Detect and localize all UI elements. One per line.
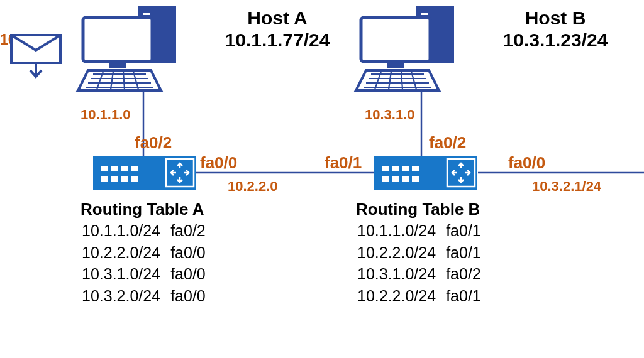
svg-rect-57 [412,166,419,171]
if-a-right: fa0/0 [200,153,237,173]
host-b-ip: 10.3.1.23/24 [483,30,628,52]
svg-rect-48 [374,156,477,190]
svg-rect-44 [101,176,108,182]
svg-rect-46 [121,176,128,182]
svg-rect-42 [121,166,128,171]
svg-rect-21 [421,13,428,15]
svg-rect-45 [111,176,118,182]
packet: 10.3.1.23 [0,31,60,48]
table-b-rows: 10.1.1.0/24fa0/1 10.2.2.0/24fa0/1 10.3.1… [356,219,491,307]
table-row: 10.2.2.0/24fa0/1 [357,286,490,306]
svg-rect-43 [131,166,138,171]
svg-rect-59 [392,176,399,182]
if-b-right: fa0/0 [508,153,545,173]
host-b-icon [353,6,479,100]
routing-table-b: Routing Table B 10.1.1.0/24fa0/1 10.2.2.… [356,200,491,307]
net-b-wan: 10.3.2.1/24 [532,178,601,195]
if-b-up: fa0/2 [429,133,466,153]
svg-rect-55 [392,166,399,171]
svg-rect-7 [143,13,150,15]
table-row: 10.3.1.0/24fa0/2 [357,264,490,285]
net-b-lan: 10.3.1.0 [365,107,415,123]
svg-rect-54 [382,166,389,171]
svg-rect-58 [382,176,389,182]
envelope-icon [0,31,69,82]
svg-rect-47 [131,176,138,182]
host-a-icon [75,6,201,100]
table-row: 10.1.1.0/24fa0/2 [82,220,214,241]
table-row: 10.1.1.0/24fa0/1 [357,220,490,241]
net-a-lan: 10.1.1.0 [80,107,131,123]
svg-rect-40 [101,166,108,171]
routing-table-a: Routing Table A 10.1.1.0/24fa0/2 10.2.2.… [80,200,216,307]
svg-rect-23 [361,18,430,62]
svg-rect-61 [412,176,419,182]
table-a-rows: 10.1.1.0/24fa0/2 10.2.2.0/24fa0/0 10.3.1… [80,219,216,307]
host-a-ip: 10.1.1.77/24 [205,30,350,52]
svg-rect-10 [109,62,126,68]
svg-rect-41 [111,166,118,171]
table-row: 10.2.2.0/24fa0/1 [357,242,490,263]
table-b-title: Routing Table B [356,200,491,219]
if-b-left: fa0/1 [325,153,362,173]
svg-rect-24 [387,62,404,68]
host-a-title-block: Host A 10.1.1.77/24 [205,8,350,51]
svg-rect-60 [402,176,409,182]
table-row: 10.3.2.0/24fa0/0 [82,286,214,306]
net-ab-link: 10.2.2.0 [228,178,278,195]
host-b-name: Host B [483,8,628,30]
table-row: 10.3.1.0/24fa0/0 [82,264,214,285]
table-row: 10.2.2.0/24fa0/0 [82,242,214,263]
router-a-icon [93,156,200,192]
router-b-icon [374,156,481,192]
svg-rect-9 [83,18,152,62]
host-b-title-block: Host B 10.3.1.23/24 [483,8,628,51]
host-a-name: Host A [205,8,350,30]
svg-rect-34 [93,156,196,190]
table-a-title: Routing Table A [80,200,216,219]
svg-rect-56 [402,166,409,171]
if-a-up: fa0/2 [135,133,172,153]
